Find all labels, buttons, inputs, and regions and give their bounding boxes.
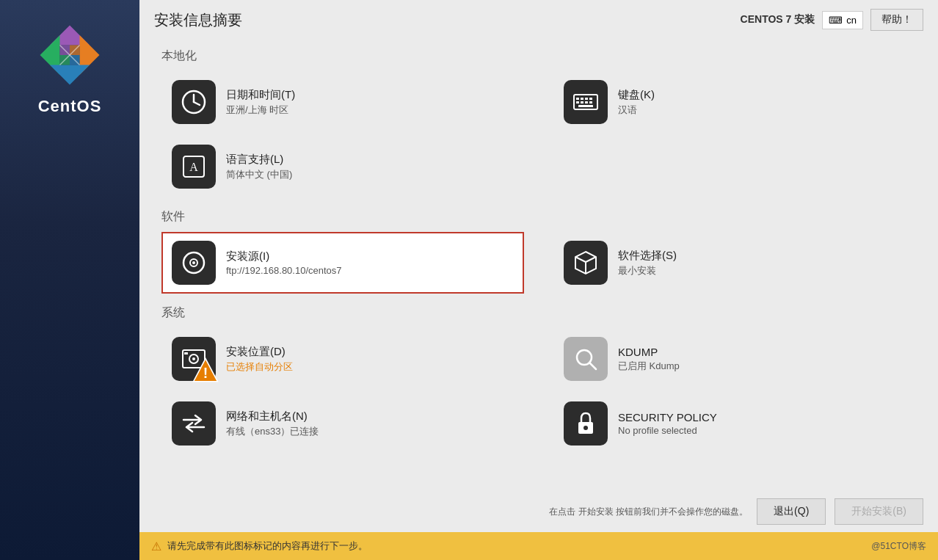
keyboard-title: 键盘(K) bbox=[618, 88, 655, 102]
svg-marker-6 bbox=[50, 65, 70, 85]
svg-text:!: ! bbox=[203, 365, 208, 381]
install-source-title: 安装源(I) bbox=[226, 250, 342, 263]
footer-warning-icon: ⚠ bbox=[151, 539, 161, 553]
kdump-icon-box bbox=[564, 337, 608, 381]
sidebar-title: CentOS bbox=[38, 97, 102, 116]
datetime-subtitle: 亚洲/上海 时区 bbox=[226, 103, 295, 117]
software-select-title: 软件选择(S) bbox=[618, 249, 677, 263]
section-software-label: 软件 bbox=[161, 209, 916, 225]
centos-version-label: CENTOS 7 安装 bbox=[741, 13, 815, 26]
security-text: SECURITY POLICY No profile selected bbox=[618, 411, 717, 436]
install-source-text: 安装源(I) ftp://192.168.80.10/centos7 bbox=[226, 250, 342, 276]
svg-line-33 bbox=[586, 257, 596, 262]
lang-icon-box: A bbox=[172, 145, 216, 189]
quit-button[interactable]: 退出(Q) bbox=[757, 498, 826, 525]
lang-value: cn bbox=[846, 15, 857, 26]
item-datetime[interactable]: 日期和时间(T) 亚洲/上海 时区 bbox=[161, 71, 524, 133]
lang-subtitle: 简体中文 (中国) bbox=[226, 168, 292, 181]
item-network[interactable]: 网络和主机名(N) 有线（ens33）已连接 bbox=[161, 393, 524, 454]
software-select-text: 软件选择(S) 最小安装 bbox=[618, 249, 677, 277]
network-title: 网络和主机名(N) bbox=[226, 410, 319, 423]
footer-warning-bar: ⚠ 请先完成带有此图标标记的内容再进行下一步。 @51CTO博客 bbox=[139, 532, 938, 560]
datetime-title: 日期和时间(T) bbox=[226, 88, 295, 102]
security-subtitle: No profile selected bbox=[618, 425, 717, 436]
bottom-actions: 在点击 开始安装 按钮前我们并不会操作您的磁盘。 退出(Q) 开始安装(B) bbox=[139, 491, 938, 532]
keyboard-icon-box bbox=[564, 80, 608, 124]
disc-icon bbox=[181, 250, 207, 276]
item-kdump[interactable]: KDUMP 已启用 Kdump bbox=[553, 328, 916, 390]
svg-rect-19 bbox=[581, 98, 583, 100]
svg-point-46 bbox=[583, 426, 588, 430]
network-icon-box bbox=[172, 401, 216, 446]
system-grid: ! 安装位置(D) 已选择自动分区 KDUMP 已启 bbox=[161, 328, 916, 454]
install-dest-text: 安装位置(D) 已选择自动分区 bbox=[226, 345, 293, 374]
svg-line-42 bbox=[589, 363, 596, 369]
svg-rect-38 bbox=[184, 352, 188, 354]
keyboard-subtitle: 汉语 bbox=[618, 103, 655, 117]
item-install-source[interactable]: 安装源(I) ftp://192.168.80.10/centos7 bbox=[161, 232, 524, 294]
help-button[interactable]: 帮助！ bbox=[870, 9, 923, 31]
action-note: 在点击 开始安装 按钮前我们并不会操作您的磁盘。 bbox=[154, 506, 748, 518]
svg-rect-23 bbox=[581, 101, 583, 103]
svg-rect-25 bbox=[589, 101, 592, 103]
lang-text: 语言支持(L) 简体中文 (中国) bbox=[226, 153, 292, 181]
lang-title: 语言支持(L) bbox=[226, 153, 292, 167]
software-grid: 安装源(I) ftp://192.168.80.10/centos7 软件选择(… bbox=[161, 232, 916, 294]
install-dest-subtitle: 已选择自动分区 bbox=[226, 360, 293, 374]
keyboard-icon: ⌨ bbox=[829, 15, 843, 26]
svg-marker-4 bbox=[80, 35, 100, 55]
footer-brand: @51CTO博客 bbox=[871, 540, 926, 553]
datetime-icon-box bbox=[172, 80, 216, 124]
svg-line-32 bbox=[575, 257, 586, 262]
item-security[interactable]: SECURITY POLICY No profile selected bbox=[553, 393, 916, 454]
security-icon-box bbox=[564, 401, 608, 446]
search-icon bbox=[572, 346, 599, 372]
item-software-select[interactable]: 软件选择(S) 最小安装 bbox=[553, 232, 916, 294]
network-text: 网络和主机名(N) 有线（ens33）已连接 bbox=[226, 410, 319, 438]
package-icon bbox=[572, 250, 599, 276]
kdump-subtitle: 已启用 Kdump bbox=[618, 360, 680, 373]
footer-warning-text: 请先完成带有此图标标记的内容再进行下一步。 bbox=[167, 539, 368, 553]
svg-point-31 bbox=[192, 261, 195, 264]
software-select-subtitle: 最小安装 bbox=[618, 264, 677, 277]
lock-icon bbox=[572, 410, 599, 437]
install-button[interactable]: 开始安装(B) bbox=[835, 498, 923, 525]
item-lang[interactable]: A 语言支持(L) 简体中文 (中国) bbox=[161, 136, 524, 197]
software-select-icon-box bbox=[564, 241, 608, 285]
svg-marker-7 bbox=[70, 65, 90, 85]
kdump-text: KDUMP 已启用 Kdump bbox=[618, 346, 680, 373]
security-title: SECURITY POLICY bbox=[618, 411, 717, 423]
item-keyboard[interactable]: 键盘(K) 汉语 bbox=[553, 71, 916, 133]
svg-text:A: A bbox=[189, 161, 198, 173]
svg-rect-26 bbox=[578, 105, 593, 107]
lang-icon: A bbox=[181, 153, 207, 180]
keyboard-icon bbox=[572, 89, 599, 115]
main-content: 安装信息摘要 CENTOS 7 安装 ⌨ cn 帮助！ 本地化 bbox=[139, 0, 938, 560]
item-install-dest[interactable]: ! 安装位置(D) 已选择自动分区 bbox=[161, 328, 524, 390]
topbar-right: CENTOS 7 安装 ⌨ cn 帮助！ bbox=[741, 9, 923, 31]
keyboard-text: 键盘(K) 汉语 bbox=[618, 88, 655, 117]
sidebar: CentOS bbox=[0, 0, 139, 560]
centos-logo-container bbox=[37, 22, 103, 97]
datetime-text: 日期和时间(T) 亚洲/上海 时区 bbox=[226, 88, 295, 117]
language-selector[interactable]: ⌨ cn bbox=[822, 11, 863, 29]
content-area: 本地化 日期和时间(T) 亚洲/上海 时区 bbox=[139, 37, 938, 491]
install-dest-icon-box: ! bbox=[172, 337, 216, 381]
install-source-subtitle: ftp://192.168.80.10/centos7 bbox=[226, 265, 342, 276]
install-source-icon-box bbox=[172, 241, 216, 285]
svg-rect-21 bbox=[589, 98, 592, 100]
network-subtitle: 有线（ens33）已连接 bbox=[226, 425, 319, 438]
kdump-title: KDUMP bbox=[618, 346, 680, 358]
centos-logo-icon bbox=[37, 22, 103, 88]
topbar: 安装信息摘要 CENTOS 7 安装 ⌨ cn 帮助！ bbox=[139, 0, 938, 37]
warning-badge-icon: ! bbox=[192, 357, 219, 384]
svg-rect-24 bbox=[585, 101, 588, 103]
svg-marker-2 bbox=[40, 35, 60, 55]
svg-rect-20 bbox=[585, 98, 588, 100]
network-arrows-icon bbox=[181, 410, 207, 437]
page-title: 安装信息摘要 bbox=[154, 10, 242, 30]
install-dest-title: 安装位置(D) bbox=[226, 345, 293, 359]
section-localization-label: 本地化 bbox=[161, 48, 916, 64]
svg-rect-18 bbox=[576, 98, 579, 100]
section-system-label: 系统 bbox=[161, 305, 916, 321]
